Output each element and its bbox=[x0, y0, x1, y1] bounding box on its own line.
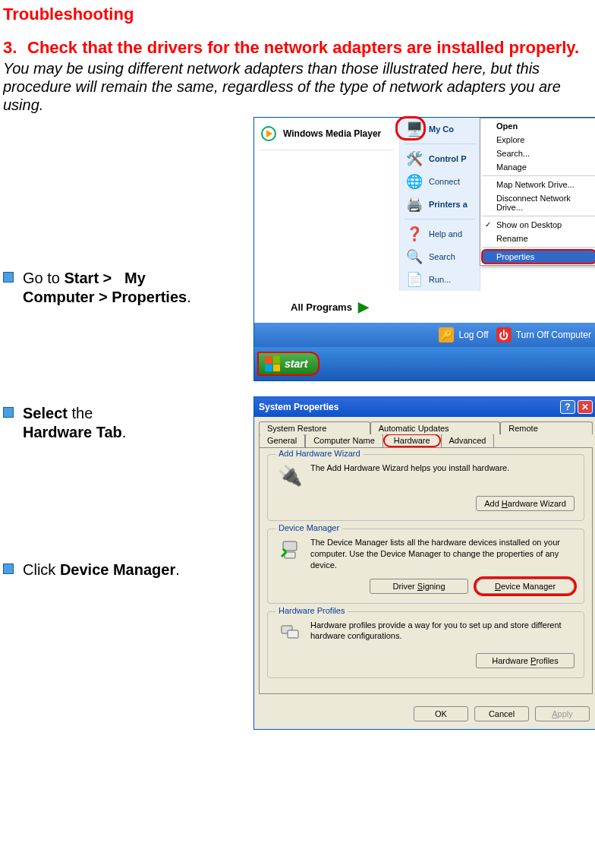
tab-system-restore[interactable]: System Restore bbox=[259, 421, 370, 434]
group-legend: Add Hardware Wizard bbox=[275, 449, 364, 458]
wmp-item[interactable]: Windows Media Player bbox=[254, 121, 399, 147]
run-label: Run... bbox=[429, 275, 451, 284]
page-title: Troubleshooting bbox=[3, 5, 595, 24]
instruction-3: Click Device Manager. bbox=[23, 560, 180, 579]
ctx-show-desktop[interactable]: Show on Desktop bbox=[481, 218, 595, 232]
bullet-icon bbox=[3, 272, 14, 282]
tab-remote[interactable]: Remote bbox=[500, 421, 593, 434]
window-titlebar: System Properties ? ✕ bbox=[254, 397, 595, 417]
intro-text: You may be using different network adapt… bbox=[3, 59, 595, 114]
add-hardware-group: Add Hardware Wizard 🔌 The Add Hardware W… bbox=[267, 454, 584, 521]
dialog-footer-buttons: OK Cancel Apply bbox=[254, 699, 595, 729]
ctx-map-drive[interactable]: Map Network Drive... bbox=[481, 178, 595, 191]
control-panel-label: Control P bbox=[429, 154, 467, 163]
group-text: The Add Hardware Wizard helps you instal… bbox=[310, 462, 575, 474]
tab-general[interactable]: General bbox=[259, 434, 305, 447]
help-label: Help and bbox=[429, 229, 462, 238]
tab-advanced[interactable]: Advanced bbox=[441, 434, 495, 447]
all-programs-item[interactable]: All Programs ▶ bbox=[254, 291, 595, 323]
turnoff-label: Turn Off Computer bbox=[516, 330, 591, 340]
tab-computer-name[interactable]: Computer Name bbox=[305, 434, 383, 447]
arrow-icon: ▶ bbox=[358, 298, 369, 315]
printer-icon: 🖨️ bbox=[406, 196, 423, 213]
ctx-separator bbox=[482, 216, 595, 216]
help-item[interactable]: ❓ Help and bbox=[400, 223, 480, 245]
windows-logo-icon bbox=[265, 356, 280, 371]
wmp-label: Windows Media Player bbox=[283, 128, 381, 139]
bullet-icon bbox=[3, 407, 14, 418]
ctx-disconnect-drive[interactable]: Disconnect Network Drive... bbox=[481, 191, 595, 214]
control-panel-icon: 🛠️ bbox=[406, 150, 423, 167]
start-menu-right-pane: 🖥️ My Co 🛠️ Control P 🌐 Connect 🖨️ bbox=[400, 118, 480, 291]
separator bbox=[405, 219, 475, 219]
group-text: The Device Manager lists all the hardwar… bbox=[310, 537, 575, 571]
ctx-explore[interactable]: Explore bbox=[481, 133, 595, 147]
search-icon: 🔍 bbox=[406, 248, 423, 265]
help-icon: ❓ bbox=[406, 226, 423, 242]
step-text: Check that the drivers for the network a… bbox=[27, 38, 595, 58]
svg-rect-2 bbox=[283, 541, 297, 551]
apply-button: Apply bbox=[535, 706, 590, 721]
my-computer-item[interactable]: 🖥️ My Co bbox=[400, 118, 480, 140]
network-icon: 🌐 bbox=[406, 173, 423, 190]
control-panel-item[interactable]: 🛠️ Control P bbox=[400, 147, 480, 170]
system-properties-window: System Properties ? ✕ System Restore Aut… bbox=[253, 396, 595, 730]
power-icon: ⏻ bbox=[496, 327, 512, 342]
window-title: System Properties bbox=[259, 402, 338, 412]
ctx-properties[interactable]: Properties bbox=[481, 249, 595, 264]
my-computer-label: My Co bbox=[429, 125, 454, 134]
svg-rect-5 bbox=[288, 630, 298, 638]
device-manager-button[interactable]: Device Manager bbox=[476, 579, 575, 594]
computer-icon: 🖥️ bbox=[406, 121, 423, 137]
connect-item[interactable]: 🌐 Connect bbox=[400, 170, 480, 193]
group-text: Hardware profiles provide a way for you … bbox=[310, 620, 575, 642]
hardware-profiles-group: Hardware Profiles Hardware profiles prov… bbox=[267, 611, 584, 678]
run-icon: 📄 bbox=[406, 271, 423, 288]
run-item[interactable]: 📄 Run... bbox=[400, 268, 480, 291]
add-hardware-wizard-button[interactable]: Add Hardware Wizard bbox=[476, 496, 575, 511]
tab-automatic-updates[interactable]: Automatic Updates bbox=[370, 421, 501, 434]
hardware-profiles-icon bbox=[277, 620, 303, 645]
group-legend: Device Manager bbox=[275, 523, 342, 532]
driver-signing-button[interactable]: Driver Signing bbox=[370, 579, 468, 594]
turnoff-button[interactable]: ⏻ Turn Off Computer bbox=[496, 327, 591, 342]
ctx-open[interactable]: Open bbox=[481, 119, 595, 133]
taskbar: start bbox=[254, 347, 595, 380]
logoff-button[interactable]: 🔑 Log Off bbox=[439, 327, 488, 342]
ctx-separator bbox=[482, 175, 595, 176]
device-manager-icon bbox=[277, 537, 303, 563]
logoff-label: Log Off bbox=[458, 330, 488, 340]
group-legend: Hardware Profiles bbox=[275, 606, 348, 615]
tab-hardware[interactable]: Hardware bbox=[383, 434, 441, 447]
search-item[interactable]: 🔍 Search bbox=[400, 245, 480, 268]
start-button[interactable]: start bbox=[257, 352, 320, 376]
cancel-button[interactable]: Cancel bbox=[474, 706, 529, 721]
instruction-1: Go to Start > My Computer > Properties. bbox=[23, 269, 191, 307]
ctx-rename[interactable]: Rename bbox=[481, 232, 595, 245]
separator bbox=[260, 150, 393, 150]
step-number: 3. bbox=[3, 38, 27, 58]
bullet-icon bbox=[3, 563, 14, 574]
ok-button[interactable]: OK bbox=[414, 706, 468, 721]
close-button[interactable]: ✕ bbox=[578, 400, 593, 414]
hardware-wizard-icon: 🔌 bbox=[277, 462, 303, 488]
all-programs-label: All Programs bbox=[291, 301, 352, 313]
context-menu: Open Explore Search... Manage Map Networ… bbox=[480, 118, 595, 266]
connect-label: Connect bbox=[429, 177, 460, 186]
printers-item[interactable]: 🖨️ Printers a bbox=[400, 193, 480, 216]
start-menu-bottom-bar: 🔑 Log Off ⏻ Turn Off Computer bbox=[254, 323, 595, 347]
wmp-icon bbox=[260, 125, 277, 142]
search-label: Search bbox=[429, 252, 455, 261]
separator bbox=[405, 144, 475, 144]
ctx-search[interactable]: Search... bbox=[481, 147, 595, 160]
start-menu-screenshot: Windows Media Player 🖥️ My Co 🛠️ Control… bbox=[253, 117, 595, 381]
instruction-2: Select the Hardware Tab. bbox=[23, 404, 126, 442]
hardware-profiles-button[interactable]: Hardware Profiles bbox=[476, 653, 575, 668]
hardware-tab-panel: Add Hardware Wizard 🔌 The Add Hardware W… bbox=[259, 447, 593, 694]
start-menu-left-pane: Windows Media Player bbox=[254, 118, 400, 291]
logoff-icon: 🔑 bbox=[439, 327, 454, 342]
start-label: start bbox=[285, 358, 307, 370]
printers-label: Printers a bbox=[429, 200, 468, 209]
ctx-manage[interactable]: Manage bbox=[481, 160, 595, 174]
help-button[interactable]: ? bbox=[560, 400, 575, 414]
